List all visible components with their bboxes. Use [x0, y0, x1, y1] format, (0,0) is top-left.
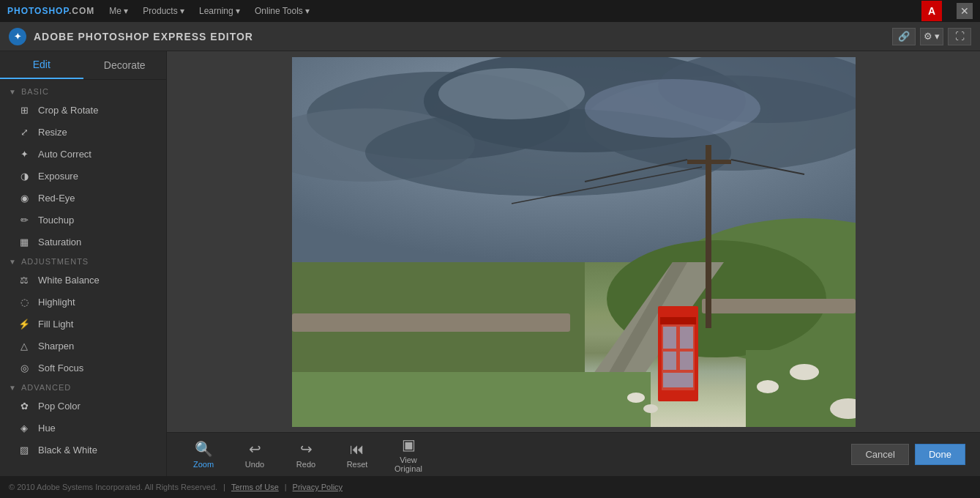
sidebar-item-label: Crop & Rotate — [38, 105, 98, 116]
white-balance-icon: ⚖ — [18, 273, 31, 286]
adobe-logo: A — [921, 1, 942, 21]
bottom-actions: Cancel Done — [851, 444, 980, 465]
svg-rect-14 — [292, 313, 570, 332]
section-basic-header[interactable]: ▼ BASIC — [0, 83, 166, 99]
sidebar-item-exposure[interactable]: ◑ Exposure — [0, 165, 166, 187]
section-advanced-header[interactable]: ▼ ADVANCED — [0, 379, 166, 395]
canvas-wrapper: 🔍 Zoom ↩ Undo ↪ Redo ⏮ Reset ▣ View O — [167, 51, 980, 476]
section-advanced-content: ✿ Pop Color ◈ Hue ▨ Black & White — [0, 395, 166, 461]
sidebar-item-red-eye[interactable]: ◉ Red-Eye — [0, 187, 166, 209]
sidebar-item-label: Auto Correct — [38, 149, 91, 160]
footer-separator2: | — [285, 483, 287, 491]
hue-icon: ◈ — [18, 421, 31, 434]
reset-button[interactable]: ⏮ Reset — [335, 436, 379, 474]
copyright-text: © 2010 Adobe Systems Incorporated. All R… — [9, 483, 217, 491]
sidebar-item-label: Fill Light — [38, 319, 73, 330]
svg-rect-29 — [292, 372, 651, 427]
sidebar-item-label: Sharpen — [38, 341, 74, 352]
sidebar-item-sharpen[interactable]: △ Sharpen — [0, 335, 166, 357]
footer: © 2010 Adobe Systems Incorporated. All R… — [0, 476, 980, 498]
svg-rect-26 — [663, 352, 676, 370]
reset-icon: ⏮ — [350, 441, 364, 458]
main-layout: Edit Decorate ▼ BASIC ⊞ Crop & Rotate ⤢ … — [0, 51, 980, 476]
undo-icon: ↩ — [249, 440, 261, 458]
section-basic-label: BASIC — [21, 87, 49, 96]
crop-icon: ⊞ — [18, 103, 31, 116]
sidebar-item-label: Soft Focus — [38, 363, 83, 374]
terms-of-use-link[interactable]: Terms of Use — [231, 483, 279, 491]
tab-edit[interactable]: Edit — [0, 51, 83, 79]
section-adjustments-header[interactable]: ▼ ADJUSTMENTS — [0, 253, 166, 269]
zoom-label: Zoom — [193, 460, 214, 469]
toolbar-icons: 🔗 ⚙ ▾ ⛶ — [892, 28, 971, 45]
photo-canvas[interactable] — [292, 57, 856, 427]
fill-light-icon: ⚡ — [18, 317, 31, 330]
privacy-policy-link[interactable]: Privacy Policy — [293, 483, 343, 491]
sidebar-item-soft-focus[interactable]: ◎ Soft Focus — [0, 357, 166, 379]
svg-point-7 — [438, 68, 585, 119]
svg-rect-15 — [702, 299, 856, 313]
sidebar-item-touchup[interactable]: ✏ Touchup — [0, 209, 166, 231]
sidebar-item-fill-light[interactable]: ⚡ Fill Light — [0, 313, 166, 335]
section-adjustments-content: ⚖ White Balance ◌ Highlight ⚡ Fill Light… — [0, 269, 166, 379]
section-advanced-label: ADVANCED — [21, 383, 71, 392]
svg-rect-24 — [663, 327, 676, 349]
bottom-tools: 🔍 Zoom ↩ Undo ↪ Redo ⏮ Reset ▣ View O — [167, 436, 851, 474]
svg-rect-25 — [680, 327, 693, 349]
sidebar-item-label: Exposure — [38, 171, 78, 182]
svg-rect-16 — [706, 145, 711, 328]
canvas-area[interactable] — [167, 51, 980, 432]
app-logo-icon: ✦ — [9, 28, 26, 45]
section-adjustments-label: ADJUSTMENTS — [21, 257, 89, 266]
sidebar-item-label: White Balance — [38, 275, 100, 286]
svg-rect-17 — [687, 160, 731, 164]
nav-learning[interactable]: Learning ▾ — [199, 6, 240, 16]
section-basic-arrow: ▼ — [9, 88, 17, 96]
tab-decorate[interactable]: Decorate — [83, 51, 167, 79]
sidebar-item-crop-rotate[interactable]: ⊞ Crop & Rotate — [0, 99, 166, 121]
cancel-button[interactable]: Cancel — [851, 444, 908, 465]
fullscreen-button[interactable]: ⛶ — [948, 28, 971, 45]
undo-button[interactable]: ↩ Undo — [233, 436, 277, 474]
black-white-icon: ▨ — [18, 443, 31, 456]
sidebar-item-label: Black & White — [38, 445, 97, 456]
done-button[interactable]: Done — [915, 444, 965, 465]
sidebar-item-pop-color[interactable]: ✿ Pop Color — [0, 395, 166, 417]
bottom-area: 🔍 Zoom ↩ Undo ↪ Redo ⏮ Reset ▣ View O — [167, 432, 980, 476]
footer-separator: | — [223, 483, 225, 491]
sidebar-item-label: Highlight — [38, 297, 75, 308]
sidebar-item-resize[interactable]: ⤢ Resize — [0, 121, 166, 143]
svg-point-34 — [790, 364, 819, 380]
sidebar-item-label: Touchup — [38, 215, 74, 226]
redo-button[interactable]: ↪ Redo — [284, 436, 328, 474]
sidebar-item-label: Resize — [38, 127, 67, 138]
app-title: ADOBE PHOTOSHOP EXPRESS EDITOR — [34, 31, 892, 42]
sidebar-scroll[interactable]: ▼ BASIC ⊞ Crop & Rotate ⤢ Resize ✦ Auto … — [0, 80, 166, 476]
sidebar-item-auto-correct[interactable]: ✦ Auto Correct — [0, 143, 166, 165]
sidebar-item-hue[interactable]: ◈ Hue — [0, 417, 166, 439]
settings-button[interactable]: ⚙ ▾ — [920, 28, 943, 45]
view-original-button[interactable]: ▣ View Original — [386, 436, 430, 474]
top-nav: PHOTOSHOP.COM Me ▾ Products ▾ Learning ▾… — [0, 0, 980, 22]
view-original-icon: ▣ — [402, 436, 416, 453]
red-eye-icon: ◉ — [18, 191, 31, 204]
nav-products[interactable]: Products ▾ — [143, 6, 184, 16]
sharpen-icon: △ — [18, 339, 31, 352]
sidebar-item-label: Red-Eye — [38, 193, 75, 204]
sidebar-item-saturation[interactable]: ▦ Saturation — [0, 231, 166, 253]
sidebar-item-white-balance[interactable]: ⚖ White Balance — [0, 269, 166, 291]
nav-online-tools[interactable]: Online Tools ▾ — [255, 6, 310, 16]
sidebar-item-black-white[interactable]: ▨ Black & White — [0, 439, 166, 461]
sidebar-item-label: Pop Color — [38, 401, 81, 412]
redo-icon: ↪ — [300, 440, 313, 458]
zoom-icon: 🔍 — [195, 440, 213, 458]
sidebar-item-highlight[interactable]: ◌ Highlight — [0, 291, 166, 313]
pop-color-icon: ✿ — [18, 399, 31, 412]
svg-rect-27 — [680, 352, 693, 370]
nav-me[interactable]: Me ▾ — [109, 6, 128, 16]
resize-icon: ⤢ — [18, 125, 31, 138]
close-button[interactable]: ✕ — [957, 3, 973, 19]
share-button[interactable]: 🔗 — [892, 28, 916, 45]
sidebar: Edit Decorate ▼ BASIC ⊞ Crop & Rotate ⤢ … — [0, 51, 167, 476]
zoom-button[interactable]: 🔍 Zoom — [182, 436, 225, 474]
